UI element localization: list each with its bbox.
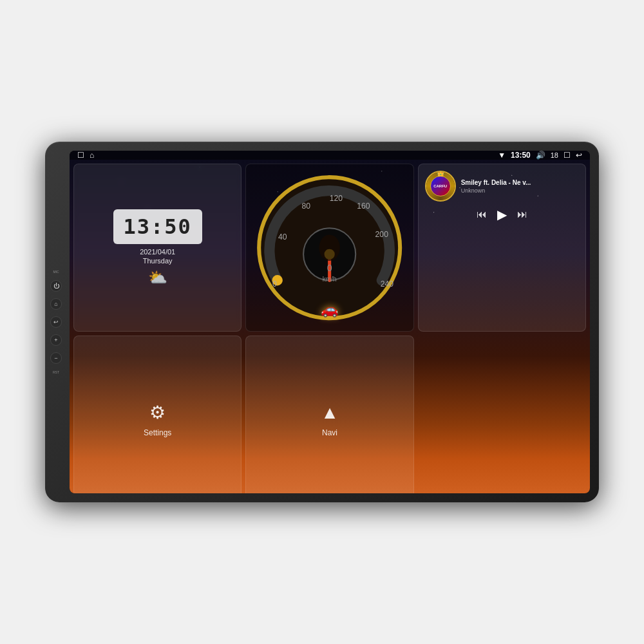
car-head-unit: MIC ⏻ ⌂ ↩ + − RST ☐ ⌂ ▼ 13:50 🔊 18 ☐ ↩ xyxy=(45,142,599,502)
speed-widget: 0 40 80 120 160 200 240 0 xyxy=(245,164,413,332)
volume-up-button[interactable]: + xyxy=(50,334,62,346)
window-icon: ☐ xyxy=(77,151,84,160)
status-bar-left: ☐ ⌂ xyxy=(77,151,94,160)
clock-date: 2021/04/01 xyxy=(140,248,175,256)
music-top: CARFU 👑 Smiley ft. Delia - Ne v... Unkno… xyxy=(425,171,579,202)
music-artist: Unknown xyxy=(461,187,579,194)
navi-widget[interactable]: ▲ Navi xyxy=(245,336,413,493)
svg-point-13 xyxy=(319,234,340,261)
svg-text:160: 160 xyxy=(357,202,371,211)
mic-label: MIC xyxy=(53,270,59,274)
side-buttons: MIC ⏻ ⌂ ↩ + − RST xyxy=(50,270,62,374)
screen: ☐ ⌂ ▼ 13:50 🔊 18 ☐ ↩ 13:50 xyxy=(70,151,590,493)
status-bar-right: ▼ 13:50 🔊 18 ☐ ↩ xyxy=(498,151,582,160)
music-info: Smiley ft. Delia - Ne v... Unknown xyxy=(461,179,579,194)
navi-label: Navi xyxy=(322,428,337,437)
next-button[interactable]: ⏭ xyxy=(517,209,527,220)
svg-text:40: 40 xyxy=(278,232,287,242)
logo-text: CARFU xyxy=(433,184,447,188)
settings-icon: ⚙ xyxy=(149,402,166,423)
music-album: CARFU 👑 xyxy=(425,171,456,202)
svg-text:80: 80 xyxy=(302,202,311,211)
music-title: Smiley ft. Delia - Ne v... xyxy=(461,179,579,186)
play-button[interactable]: ▶ xyxy=(497,207,507,222)
weather-icon: ⛅ xyxy=(148,269,167,287)
rst-label: RST xyxy=(53,370,59,374)
recent-apps-icon: ☐ xyxy=(564,151,571,160)
volume-down-button[interactable]: − xyxy=(50,352,62,364)
home-status-icon: ⌂ xyxy=(90,151,94,160)
music-widget[interactable]: CARFU 👑 Smiley ft. Delia - Ne v... Unkno… xyxy=(418,164,586,332)
svg-text:200: 200 xyxy=(375,230,389,239)
navi-icon: ▲ xyxy=(321,402,339,423)
wifi-icon: ▼ xyxy=(498,151,506,160)
status-bar: ☐ ⌂ ▼ 13:50 🔊 18 ☐ ↩ xyxy=(70,151,590,160)
music-logo: CARFU xyxy=(430,176,451,196)
settings-widget[interactable]: ⚙ Settings xyxy=(73,336,242,493)
clock-time: 13:50 xyxy=(124,214,192,239)
svg-text:0: 0 xyxy=(272,279,277,289)
svg-text:120: 120 xyxy=(330,194,343,203)
screen-bezel: ☐ ⌂ ▼ 13:50 🔊 18 ☐ ↩ 13:50 xyxy=(70,151,590,493)
status-time: 13:50 xyxy=(511,151,531,160)
volume-status-icon: 🔊 xyxy=(536,151,545,160)
clock-widget: 13:50 2021/04/01 Thursday ⛅ xyxy=(73,164,242,332)
svg-text:0: 0 xyxy=(327,263,332,273)
car-icon: 🚗 xyxy=(321,301,338,318)
back-button[interactable]: ↩ xyxy=(50,316,62,328)
main-content: 13:50 2021/04/01 Thursday ⛅ xyxy=(70,160,590,493)
home-button[interactable]: ⌂ xyxy=(50,298,62,310)
svg-text:km/h: km/h xyxy=(323,276,337,283)
music-controls: ⏮ ▶ ⏭ xyxy=(425,207,579,222)
settings-label: Settings xyxy=(144,428,171,437)
prev-button[interactable]: ⏮ xyxy=(477,209,487,220)
clock-display: 13:50 xyxy=(113,209,202,244)
crown-icon: 👑 xyxy=(437,171,444,176)
clock-day: Thursday xyxy=(143,257,173,265)
back-status-icon: ↩ xyxy=(576,151,582,160)
power-button[interactable]: ⏻ xyxy=(50,280,62,292)
svg-text:240: 240 xyxy=(381,279,394,289)
volume-level: 18 xyxy=(551,151,558,159)
